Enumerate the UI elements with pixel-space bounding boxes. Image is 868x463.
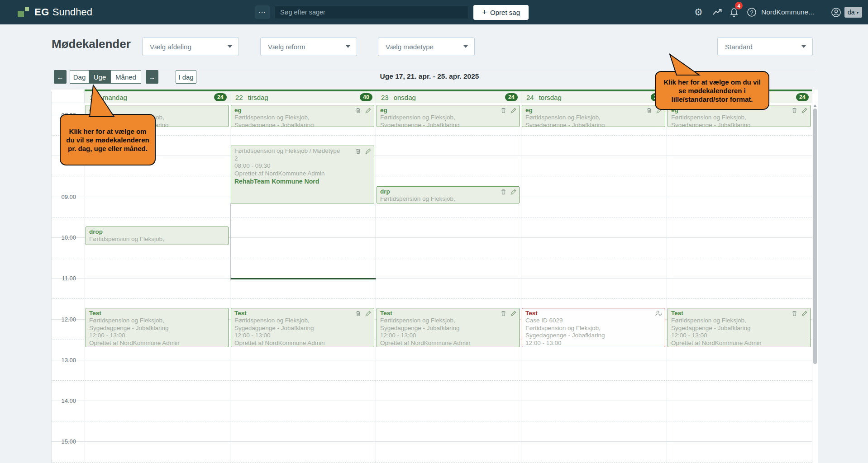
calendar-scrollbar[interactable]	[813, 109, 817, 364]
delete-icon[interactable]	[355, 107, 362, 114]
delete-icon[interactable]	[355, 310, 362, 317]
half-hour-line	[51, 135, 812, 136]
hour-line	[51, 360, 812, 360]
language-value: da	[848, 9, 855, 16]
event-detail: Førtidspension og Fleksjob,	[380, 195, 493, 203]
edit-icon[interactable]	[801, 310, 808, 317]
hour-line	[51, 401, 812, 401]
time-label: 12.00	[51, 316, 76, 323]
calendar-event-test[interactable]: TestCase ID 6029Førtidspension og Fleksj…	[522, 308, 665, 347]
half-hour-line	[51, 462, 812, 463]
event-detail: Oprettet af NordKommune Admin	[234, 170, 348, 178]
edit-icon[interactable]	[510, 189, 517, 195]
event-actions	[791, 107, 808, 114]
day-header-onsdag: 23onsdag24	[376, 91, 521, 103]
time-label: 10.00	[51, 234, 76, 241]
delete-icon[interactable]	[355, 148, 362, 155]
event-detail: Førtidspension og Fleksjob,	[234, 114, 348, 122]
event-title: drop	[89, 228, 225, 236]
event-detail: Sygedagpenge - Jobafklaring	[671, 122, 784, 128]
calendar-event-test[interactable]: TestFørtidspension og Fleksjob,Sygedagpe…	[377, 308, 520, 347]
calendar-event-drp[interactable]: drpFørtidspension og Fleksjob,Sygedagpen…	[377, 186, 520, 203]
meeting-type-select-value: Vælg mødetype	[386, 43, 434, 51]
next-week-button[interactable]: →	[146, 70, 158, 84]
reform-select[interactable]: Vælg reform	[260, 37, 357, 56]
create-case-button[interactable]: + Opret sag	[473, 5, 529, 20]
notification-count-badge: 4	[735, 2, 743, 9]
delete-icon[interactable]	[500, 310, 507, 317]
department-select[interactable]: Vælg afdeling	[142, 37, 239, 56]
help-icon[interactable]: ?	[747, 0, 757, 24]
day-date: 24	[526, 94, 534, 101]
calendar-size-select[interactable]: Standard	[717, 37, 813, 56]
previous-week-button[interactable]: ←	[54, 70, 67, 84]
event-detail: Oprettet af NordKommune Admin	[234, 340, 348, 347]
event-detail: 2	[234, 155, 348, 163]
half-hour-line	[51, 380, 812, 381]
event-detail: Førtidspension og Fleksjob,	[671, 114, 784, 122]
delete-icon[interactable]	[500, 189, 507, 195]
edit-icon[interactable]	[510, 107, 517, 114]
edit-icon[interactable]	[801, 107, 808, 114]
calendar-event-eg[interactable]: egFørtidspension og Fleksjob,Sygedagpeng…	[522, 105, 665, 127]
event-detail: Førtidspension og Fleksjob,	[525, 325, 639, 332]
search-input[interactable]	[274, 5, 469, 19]
left-callout-tail	[81, 81, 122, 118]
calendar-event-test[interactable]: TestFørtidspension og Fleksjob,Sygedagpe…	[231, 308, 374, 347]
create-case-label: Opret sag	[490, 9, 520, 16]
assign-participant-icon[interactable]	[655, 310, 663, 317]
scrollbar-up-arrow-icon[interactable]	[813, 104, 817, 107]
day-header-torsdag: 24torsdag24	[521, 91, 667, 103]
calendar-event-drop[interactable]: dropFørtidspension og Fleksjob,Sygedagpe…	[86, 227, 229, 245]
overflow-menu-button[interactable]: ⋯	[255, 5, 270, 19]
language-selector[interactable]: da ▾	[844, 7, 862, 18]
half-hour-line	[51, 298, 812, 299]
calendar-event-test[interactable]: TestFørtidspension og Fleksjob,Sygedagpe…	[668, 308, 811, 347]
edit-icon[interactable]	[365, 148, 372, 155]
event-detail: Sygedagpenge - Jobafklaring	[234, 325, 348, 332]
event-detail: 12:00 - 13:00	[671, 332, 784, 340]
delete-icon[interactable]	[791, 310, 798, 317]
delete-icon[interactable]	[791, 107, 798, 114]
event-detail: Oprettet af NordKommune Admin	[671, 340, 784, 347]
calendar-event-eg[interactable]: egFørtidspension og Fleksjob,Sygedagpeng…	[377, 105, 520, 127]
today-button[interactable]: I dag	[176, 70, 196, 84]
meeting-type-select[interactable]: Vælg mødetype	[378, 37, 475, 56]
time-label: 14.00	[51, 397, 76, 404]
column-separator	[812, 91, 812, 463]
calendar-size-tooltip: Klik her for at vælge om du vil se mødek…	[655, 71, 769, 110]
edit-icon[interactable]	[365, 107, 372, 114]
department-select-value: Vælg afdeling	[150, 43, 191, 51]
settings-gear-icon[interactable]: ⚙	[694, 0, 703, 24]
event-title: eg	[380, 107, 516, 114]
delete-icon[interactable]	[646, 107, 653, 114]
plus-icon: +	[482, 7, 487, 17]
event-detail: Case ID 6029	[525, 317, 639, 325]
edit-icon[interactable]	[365, 310, 372, 317]
event-title: drp	[380, 188, 516, 195]
app-logo: EG Sundhed	[17, 0, 92, 24]
event-detail: Sygedagpenge - Jobafklaring	[89, 243, 202, 246]
edit-icon[interactable]	[510, 310, 517, 317]
meeting-count-badge: 24	[505, 93, 518, 101]
organization-name: NordKommune...	[761, 0, 814, 24]
calendar-event-eg[interactable]: egFørtidspension og Fleksjob,Sygedagpeng…	[231, 105, 374, 127]
delete-icon[interactable]	[500, 107, 507, 114]
time-label: 15.00	[51, 438, 76, 445]
event-detail: Sygedagpenge - Jobafklaring	[234, 122, 348, 128]
user-account-icon[interactable]	[831, 0, 841, 24]
day-date: 22	[235, 94, 243, 101]
day-header-tirsdag: 22tirsdag40	[230, 91, 376, 103]
event-detail: 12:00 - 13:00	[234, 332, 348, 340]
event-duration-outline	[230, 203, 376, 279]
top-bar: EG Sundhed ⋯ + Opret sag ⚙ 4 ? NordKommu…	[0, 0, 868, 24]
week-range-label: Uge 17, 21. apr. - 25. apr. 2025	[377, 72, 482, 80]
statistics-trend-icon[interactable]	[712, 0, 722, 24]
calendar-event-test[interactable]: TestFørtidspension og Fleksjob,Sygedagpe…	[86, 308, 229, 347]
meeting-count-badge: 24	[796, 93, 809, 101]
calendar-event[interactable]: Førtidspension og Fleksjob / Mødetype208…	[231, 146, 374, 203]
event-detail: Sygedagpenge - Jobafklaring	[380, 325, 493, 332]
event-detail: Oprettet af NordKommune Admin	[380, 340, 493, 347]
time-label: 09.00	[51, 194, 76, 200]
event-actions	[500, 189, 517, 195]
